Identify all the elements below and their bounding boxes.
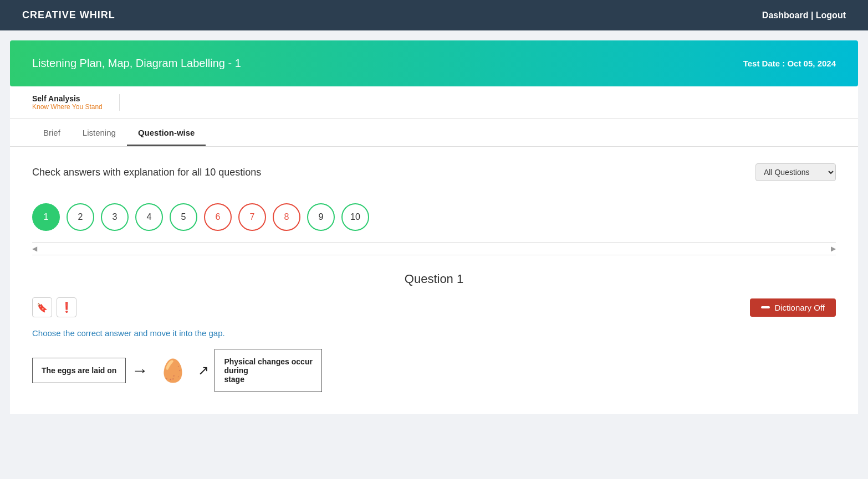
bookmark-icon: 🔖: [37, 302, 48, 313]
right-arrow-icon: →: [131, 361, 148, 380]
tabs-bar: Brief Listening Question-wise: [10, 119, 858, 147]
test-title: Listening Plan, Map, Diagram Labelling -…: [32, 57, 241, 70]
phys-line2: during: [224, 366, 313, 375]
egg-emoji: 🥚: [154, 358, 192, 384]
self-analysis-bar: Self Analysis Know Where You Stand: [10, 86, 858, 119]
dictionary-button-label: Dictionary Off: [774, 303, 825, 312]
question-number-10[interactable]: 10: [341, 203, 369, 231]
question-number-2[interactable]: 2: [67, 203, 94, 231]
tab-listening[interactable]: Listening: [72, 119, 127, 146]
scroll-hint: ◀ ▶: [32, 242, 836, 255]
question-number-1[interactable]: 1: [32, 203, 60, 231]
question-number-9[interactable]: 9: [307, 203, 335, 231]
question-numbers-row: 1 2 3 4 5 6 7 8 9 10: [32, 198, 836, 242]
test-date: Test Date : Oct 05, 2024: [743, 59, 836, 68]
alert-icon: ❗: [60, 301, 73, 313]
self-analysis-subtitle: Know Where You Stand: [32, 103, 103, 111]
tab-brief[interactable]: Brief: [32, 119, 72, 146]
question-number-7[interactable]: 7: [238, 203, 266, 231]
question-tools: 🔖 ❗ Dictionary Off: [32, 297, 836, 317]
main-content: Check answers with explanation for all 1…: [10, 147, 858, 414]
question-filter-row: Check answers with explanation for all 1…: [32, 163, 836, 181]
question-heading: Question 1: [32, 272, 836, 286]
scroll-left-icon: ◀: [32, 245, 37, 253]
self-analysis-title: Self Analysis: [32, 94, 103, 103]
diagram-area: The eggs are laid on → 🥚 ↗ Physical chan…: [32, 349, 836, 392]
tool-icons: 🔖 ❗: [32, 297, 76, 317]
brand-logo: CREATIVE WHIRL: [22, 9, 115, 21]
dictionary-button[interactable]: Dictionary Off: [750, 298, 836, 317]
top-navigation: CREATIVE WHIRL Dashboard | Logout: [0, 0, 868, 30]
question-section: Question 1 🔖 ❗ Dictionary Off Choose the…: [32, 266, 836, 398]
curved-arrow-icon: ↗: [198, 363, 209, 378]
self-analysis-block: Self Analysis Know Where You Stand: [32, 94, 120, 111]
phys-line1: Physical changes occur: [224, 357, 313, 366]
diagram-box-physical: Physical changes occur during stage: [215, 349, 322, 392]
diagram-box-eggs: The eggs are laid on: [32, 358, 126, 383]
banner: Listening Plan, Map, Diagram Labelling -…: [10, 40, 858, 86]
diagram-curved-arrow: ↗: [192, 363, 215, 378]
bookmark-button[interactable]: 🔖: [32, 297, 52, 317]
question-filter-select[interactable]: All Questions Correct Wrong Skipped: [755, 163, 836, 181]
question-instruction: Choose the correct answer and move it in…: [32, 328, 836, 338]
tab-question-wise[interactable]: Question-wise: [127, 119, 206, 146]
question-filter-desc: Check answers with explanation for all 1…: [32, 167, 261, 178]
alert-button[interactable]: ❗: [57, 297, 76, 317]
dictionary-toggle-indicator: [761, 306, 770, 308]
diagram-arrow: →: [126, 361, 154, 380]
question-number-8[interactable]: 8: [273, 203, 300, 231]
question-number-4[interactable]: 4: [135, 203, 163, 231]
nav-links[interactable]: Dashboard | Logout: [762, 11, 846, 20]
phys-line3: stage: [224, 375, 313, 384]
question-number-6[interactable]: 6: [204, 203, 232, 231]
scroll-right-icon: ▶: [831, 245, 836, 253]
question-number-3[interactable]: 3: [101, 203, 129, 231]
question-number-5[interactable]: 5: [170, 203, 197, 231]
